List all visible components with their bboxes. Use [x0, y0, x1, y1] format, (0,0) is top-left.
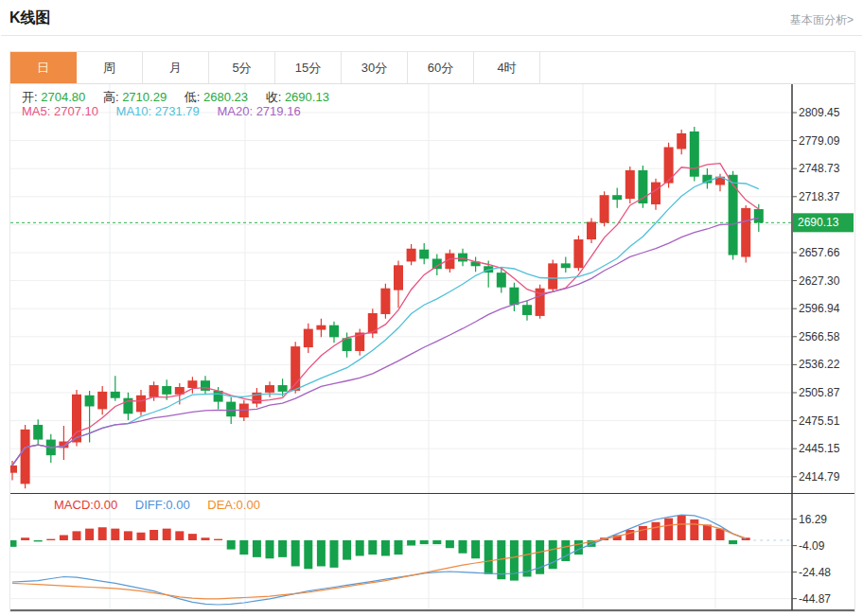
svg-text:-44.87: -44.87	[799, 592, 831, 606]
ma20-line	[12, 218, 759, 466]
dea-line	[12, 524, 746, 599]
candle-body	[612, 195, 622, 200]
svg-text:2596.94: 2596.94	[799, 302, 840, 315]
kline-widget: 日周月5分15分30分60分4时 2809.452779.092748.7327…	[9, 51, 855, 612]
candle-body	[111, 392, 120, 398]
macd-bar	[690, 519, 698, 540]
macd-bar	[729, 540, 737, 544]
price-axis-labels: 2809.452779.092748.732718.372657.662627.…	[792, 106, 840, 484]
svg-text:-24.48: -24.48	[799, 566, 831, 579]
macd-bar	[574, 540, 583, 554]
macd-bar	[549, 540, 557, 569]
tab-15min[interactable]: 15分	[275, 52, 342, 83]
candle-body	[162, 386, 171, 395]
fundamental-analysis-link[interactable]: 基本面分析>	[790, 12, 854, 28]
macd-bar	[124, 531, 132, 540]
diff-line	[12, 515, 746, 605]
candle-body	[150, 385, 159, 397]
svg-text:2809.45: 2809.45	[799, 106, 840, 119]
candle-body	[548, 263, 557, 289]
tab-month[interactable]: 月	[143, 52, 209, 83]
macd-bar	[446, 540, 454, 548]
macd-bar	[21, 537, 29, 540]
svg-text:2748.73: 2748.73	[799, 162, 840, 175]
macd-axis-labels: 16.29-4.09-24.48-44.87	[792, 513, 831, 606]
macd-bar	[407, 540, 415, 545]
svg-text:2657.66: 2657.66	[799, 246, 840, 259]
macd-bar	[202, 537, 210, 540]
macd-bar	[664, 519, 673, 540]
svg-text:2414.79: 2414.79	[799, 470, 840, 484]
candle-body	[136, 396, 146, 413]
svg-text:2536.22: 2536.22	[799, 358, 840, 371]
svg-text:2627.30: 2627.30	[799, 274, 840, 288]
kline-chart-svg[interactable]: 2809.452779.092748.732718.372657.662627.…	[10, 84, 854, 611]
macd-bar	[625, 530, 634, 540]
macd-bar	[188, 534, 197, 540]
tab-week[interactable]: 周	[77, 52, 143, 83]
candle-body	[509, 288, 519, 306]
candle-body	[304, 329, 313, 347]
macd-bar	[175, 531, 184, 540]
macd-bar	[227, 540, 236, 550]
candle-body	[187, 380, 197, 388]
macd-bar	[484, 540, 493, 574]
candle-body	[394, 265, 403, 290]
macd-bar	[137, 533, 146, 540]
macd-bar	[46, 539, 55, 540]
tab-60min[interactable]: 60分	[408, 52, 474, 83]
macd-bar	[330, 540, 339, 568]
candle-body	[754, 209, 764, 222]
candle-body	[226, 402, 236, 417]
macd-bar	[150, 530, 158, 540]
macd-bar	[253, 540, 261, 557]
candle-body	[600, 195, 609, 222]
tab-4hour[interactable]: 4时	[474, 52, 540, 83]
candle-body	[278, 385, 288, 392]
candle-body	[651, 183, 660, 204]
macd-bar	[266, 540, 274, 558]
chart-body[interactable]: 2809.452779.092748.732718.372657.662627.…	[10, 84, 854, 611]
candle-body	[419, 250, 429, 259]
macd-bar	[304, 540, 312, 569]
candle-body	[407, 249, 416, 262]
current-price-badge: 2690.13	[793, 213, 854, 232]
candle-body	[677, 133, 686, 150]
tab-day[interactable]: 日	[10, 52, 77, 83]
tab-5min[interactable]: 5分	[209, 52, 275, 83]
svg-text:2445.15: 2445.15	[799, 442, 840, 455]
candle-body	[497, 273, 506, 288]
timeframe-tabs: 日周月5分15分30分60分4时	[10, 52, 854, 84]
macd-bar	[111, 529, 119, 540]
tab-30min[interactable]: 30分	[342, 52, 408, 83]
page-header: K线图 基本面分析>	[0, 0, 863, 35]
candle-body	[85, 396, 95, 407]
macd-bar	[652, 522, 660, 540]
candle-body	[380, 289, 390, 314]
macd-bar	[471, 540, 480, 558]
macd-bar	[60, 536, 68, 540]
candle-body	[587, 221, 596, 239]
svg-text:2779.09: 2779.09	[799, 134, 840, 148]
candle-body	[561, 263, 571, 268]
candle-body	[33, 425, 43, 440]
ma10-line	[12, 177, 759, 466]
candle-body	[21, 430, 30, 484]
candle-body	[573, 239, 583, 268]
svg-text:2718.37: 2718.37	[799, 190, 840, 203]
svg-text:16.29: 16.29	[799, 513, 827, 526]
macd-bar	[639, 526, 647, 540]
candlestick-series	[10, 127, 764, 488]
svg-text:2475.51: 2475.51	[799, 414, 840, 428]
macd-bar	[395, 540, 403, 554]
macd-bar	[163, 529, 171, 540]
macd-bar	[34, 540, 43, 541]
macd-bar	[420, 540, 429, 544]
macd-bar	[703, 525, 712, 540]
candle-body	[316, 326, 326, 330]
candle-body	[97, 392, 107, 410]
macd-bar	[678, 516, 686, 540]
macd-bar	[381, 540, 390, 555]
macd-bar	[214, 539, 222, 540]
macd-bar	[368, 540, 377, 554]
